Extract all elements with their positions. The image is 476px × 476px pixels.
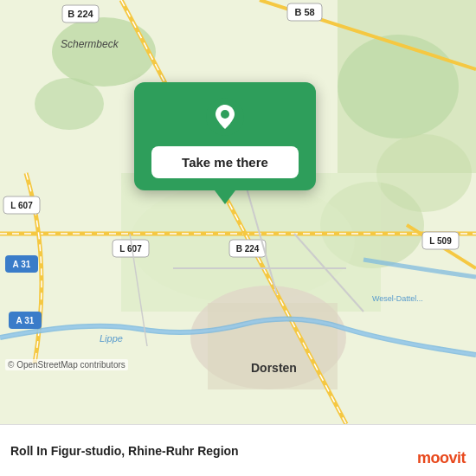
map-container: B 224 B 58 L 607 A 31 A 31 L 607 B 224 L… bbox=[0, 0, 476, 424]
location-pin-icon bbox=[206, 98, 244, 136]
svg-text:A 31: A 31 bbox=[16, 316, 35, 325]
svg-point-44 bbox=[221, 110, 229, 119]
svg-text:L 509: L 509 bbox=[429, 236, 452, 246]
svg-point-5 bbox=[338, 35, 459, 138]
svg-text:Wesel-Dattel...: Wesel-Dattel... bbox=[372, 294, 423, 303]
moovit-logo: moovit bbox=[417, 449, 466, 467]
svg-text:L 607: L 607 bbox=[10, 201, 33, 210]
svg-text:B 224: B 224 bbox=[236, 244, 260, 254]
svg-text:L 607: L 607 bbox=[119, 244, 142, 254]
svg-text:Lippe: Lippe bbox=[100, 333, 123, 344]
svg-point-2 bbox=[52, 17, 156, 87]
svg-text:B 58: B 58 bbox=[294, 7, 314, 17]
moovit-logo-text: moovit bbox=[417, 449, 466, 467]
copyright-text: © OpenStreetMap contributors bbox=[5, 359, 128, 370]
svg-text:Dorsten: Dorsten bbox=[251, 361, 297, 375]
take-me-there-button[interactable]: Take me there bbox=[151, 146, 299, 178]
place-title: Roll In Figur-studio, Rhine-Ruhr Region bbox=[10, 444, 239, 458]
svg-text:Schermbeck: Schermbeck bbox=[61, 38, 119, 50]
svg-rect-11 bbox=[208, 303, 338, 389]
popup-card: Take me there bbox=[134, 82, 316, 190]
svg-text:A 31: A 31 bbox=[13, 260, 31, 269]
bottom-bar: Roll In Figur-studio, Rhine-Ruhr Region … bbox=[0, 424, 476, 476]
svg-text:B 224: B 224 bbox=[68, 9, 93, 19]
svg-point-3 bbox=[35, 78, 104, 130]
